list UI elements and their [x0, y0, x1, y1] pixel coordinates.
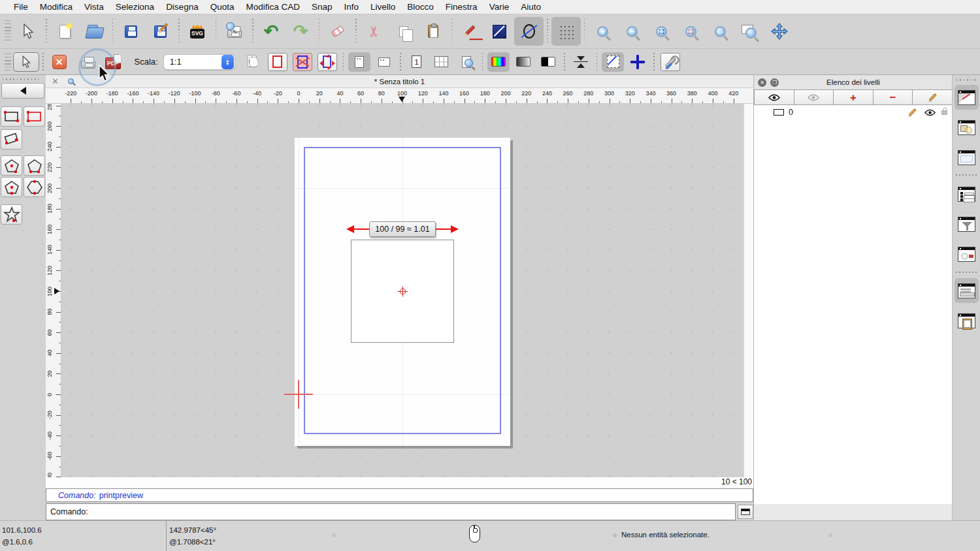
single-page-button[interactable]: 1 [406, 52, 428, 72]
drawing-area[interactable]: 100 / 99 ≈ 1.01 [61, 104, 743, 477]
menu-item-disegna[interactable]: Disegna [160, 2, 204, 12]
layer-lock-icon[interactable] [941, 110, 947, 115]
landscape-orientation-button[interactable] [373, 52, 395, 72]
grid-toggle-button[interactable] [551, 17, 581, 46]
toolbar-drag-handle[interactable] [5, 54, 11, 71]
line-tool-button[interactable] [485, 17, 514, 46]
dock-library-browser-button[interactable] [955, 145, 979, 170]
menu-item-file[interactable]: File [8, 2, 34, 12]
draft-mode-button[interactable] [602, 52, 624, 72]
menu-item-blocco[interactable]: Blocco [401, 2, 440, 12]
vertical-scrollbar-track[interactable] [743, 104, 753, 477]
menu-item-quota[interactable]: Quota [204, 2, 240, 12]
command-input[interactable]: Comando: [46, 503, 736, 520]
dock-viewport-button[interactable] [955, 242, 979, 266]
dock-clipboard-button[interactable] [955, 308, 979, 333]
menu-item-modifica[interactable]: Modifica [34, 2, 78, 12]
menu-item-info[interactable]: Info [338, 2, 365, 12]
polygon-2-corners-tool[interactable] [24, 155, 45, 176]
zoom-window-button[interactable] [735, 17, 764, 46]
full-color-mode-button[interactable] [487, 52, 510, 72]
cut-button[interactable]: ✂ [360, 17, 389, 46]
stepper-icon[interactable]: ▲▼ [221, 55, 234, 69]
menu-item-seleziona[interactable]: Seleziona [110, 2, 160, 12]
layer-edit-icon[interactable] [909, 108, 917, 116]
hide-all-layers-button[interactable] [794, 89, 834, 105]
layer-visibility-icon[interactable] [924, 109, 936, 116]
settings-tools-button[interactable] [659, 52, 681, 72]
fit-to-page-button[interactable] [316, 52, 338, 72]
dock-property-list-button[interactable] [955, 181, 979, 206]
dock-layer-list-button[interactable] [955, 85, 979, 110]
hexagon-tool[interactable] [24, 177, 45, 197]
command-window-button[interactable] [738, 505, 753, 519]
pdf-export-button[interactable]: PDF [102, 52, 124, 72]
print-preview-button[interactable] [220, 17, 249, 46]
rotated-rectangle-tool[interactable] [1, 129, 22, 150]
rectangle-size-tool[interactable] [24, 106, 45, 127]
zoom-selection-button[interactable] [676, 17, 706, 46]
ruler-tick [330, 101, 331, 103]
grayscale-mode-button[interactable] [512, 52, 534, 72]
polygon-center-side-tool[interactable] [1, 177, 22, 197]
copy-button[interactable] [389, 17, 419, 46]
remove-layer-button[interactable]: − [874, 89, 913, 105]
pan-hand-button[interactable] [242, 52, 264, 72]
close-print-preview-button[interactable]: ✕ [48, 52, 71, 72]
delete-button[interactable] [323, 17, 352, 46]
svg-export-button[interactable]: SVG [183, 17, 212, 46]
print-button[interactable] [77, 52, 99, 72]
star-tool[interactable] [1, 204, 22, 225]
toolbar-drag-handle[interactable] [5, 20, 11, 42]
ruler-label: 0 [46, 385, 53, 404]
menu-item-snap[interactable]: Snap [306, 2, 338, 12]
scale-combobox[interactable]: 1:1 ▲▼ [163, 54, 235, 70]
back-button[interactable] [1, 83, 44, 99]
undo-button[interactable]: ↶ [257, 17, 286, 46]
portrait-orientation-button[interactable] [348, 52, 370, 72]
palette-drag-handle[interactable] [3, 78, 41, 80]
dock-selection-filter-button[interactable] [955, 212, 979, 236]
dock-command-line-button[interactable] [955, 278, 979, 303]
redo-button[interactable]: ↷ [286, 17, 316, 46]
menu-item-finestra[interactable]: Finestra [440, 2, 483, 12]
polygon-center-side-icon [3, 180, 20, 195]
zoom-out-button[interactable]: − [617, 17, 647, 46]
previous-view-button[interactable]: ← [706, 17, 735, 46]
show-crosshair-button[interactable] [627, 52, 649, 72]
open-file-button[interactable] [80, 17, 109, 46]
zoom-in-button[interactable]: + [588, 17, 617, 46]
ellipse-tool-button[interactable] [514, 17, 544, 46]
separator [400, 53, 401, 71]
pan-button[interactable] [764, 17, 794, 46]
polygon-center-corner-tool[interactable] [1, 155, 22, 176]
save-button[interactable] [116, 17, 146, 46]
rectangle-2-corners-tool[interactable] [1, 106, 22, 127]
menu-item-varie[interactable]: Varie [483, 2, 515, 12]
edit-layer-button[interactable] [913, 89, 953, 105]
show-all-layers-button[interactable] [754, 89, 794, 105]
menu-item-livello[interactable]: Livello [365, 2, 401, 12]
selection-pointer-button[interactable] [13, 52, 39, 72]
selection-tool-button[interactable] [13, 17, 42, 46]
dock-block-list-button[interactable] [955, 115, 979, 140]
draw-freehand-button[interactable] [455, 17, 485, 46]
menu-item-aiuto[interactable]: Aiuto [515, 2, 547, 12]
new-file-button[interactable] [50, 17, 80, 46]
layer-row[interactable]: 0 [754, 105, 953, 119]
multiple-pages-button[interactable] [431, 52, 453, 72]
block-list-window-icon [958, 120, 975, 135]
auto-zoom-button[interactable] [647, 17, 676, 46]
dock-drag-handle[interactable] [956, 79, 977, 81]
paste-button[interactable] [419, 17, 448, 46]
save-as-button[interactable] [146, 17, 175, 46]
show-paper-borders-button[interactable] [267, 52, 289, 72]
center-point-marker [397, 286, 408, 297]
zoom-to-page-button[interactable] [455, 52, 478, 72]
blackwhite-mode-button[interactable] [537, 52, 559, 72]
vertical-center-button[interactable] [570, 52, 592, 72]
show-margins-button[interactable] [291, 52, 314, 72]
menu-item-modifica-cad[interactable]: Modifica CAD [240, 2, 306, 12]
menu-item-vista[interactable]: Vista [78, 2, 110, 12]
add-layer-button[interactable]: + [834, 89, 874, 105]
